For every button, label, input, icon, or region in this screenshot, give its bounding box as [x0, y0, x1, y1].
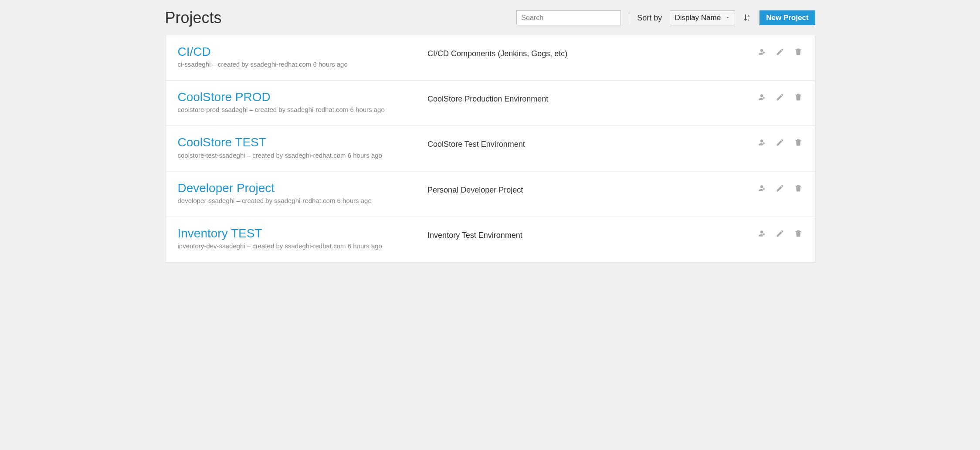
project-description: Inventory Test Environment: [427, 227, 757, 240]
membership-icon[interactable]: [757, 47, 766, 56]
delete-icon[interactable]: [794, 47, 803, 56]
toolbar: Sort by Display Name A Z New Project: [516, 10, 815, 25]
sort-label: Sort by: [637, 14, 662, 23]
sort-select[interactable]: Display Name: [670, 10, 735, 25]
delete-icon[interactable]: [794, 184, 803, 193]
project-row: Developer Project developer-ssadeghi – c…: [166, 172, 815, 217]
project-meta: developer-ssadeghi – created by ssadeghi…: [178, 197, 428, 204]
project-title-link[interactable]: Developer Project: [178, 181, 275, 195]
svg-text:A: A: [748, 14, 750, 17]
sort-selected: Display Name: [675, 14, 721, 22]
delete-icon[interactable]: [794, 93, 803, 102]
project-description: Personal Developer Project: [427, 181, 757, 195]
project-meta: ci-ssadeghi – created by ssadeghi-redhat…: [178, 61, 428, 68]
edit-icon[interactable]: [776, 229, 784, 238]
delete-icon[interactable]: [794, 138, 803, 147]
project-title-link[interactable]: CoolStore PROD: [178, 90, 271, 104]
divider: [629, 12, 629, 24]
edit-icon[interactable]: [776, 47, 784, 56]
edit-icon[interactable]: [776, 184, 784, 193]
project-title-link[interactable]: Inventory TEST: [178, 227, 262, 240]
project-description: CoolStore Test Environment: [427, 135, 757, 149]
project-title-link[interactable]: CI/CD: [178, 45, 211, 58]
project-row: Inventory TEST inventory-dev-ssadeghi – …: [166, 217, 815, 262]
projects-list: CI/CD ci-ssadeghi – created by ssadeghi-…: [165, 35, 815, 262]
project-row: CI/CD ci-ssadeghi – created by ssadeghi-…: [166, 35, 815, 81]
search-input[interactable]: [516, 10, 621, 25]
membership-icon[interactable]: [757, 229, 766, 238]
chevron-down-icon: [725, 14, 730, 22]
membership-icon[interactable]: [757, 93, 766, 102]
project-description: CI/CD Components (Jenkins, Gogs, etc): [427, 45, 757, 58]
edit-icon[interactable]: [776, 138, 784, 147]
project-meta: coolstore-test-ssadeghi – created by ssa…: [178, 152, 428, 159]
sort-direction-button[interactable]: A Z: [743, 14, 752, 22]
svg-text:Z: Z: [748, 18, 749, 21]
project-row: CoolStore PROD coolstore-prod-ssadeghi –…: [166, 81, 815, 126]
project-description: CoolStore Production Environment: [427, 90, 757, 104]
new-project-button[interactable]: New Project: [760, 10, 815, 25]
project-meta: coolstore-prod-ssadeghi – created by ssa…: [178, 106, 428, 113]
edit-icon[interactable]: [776, 93, 784, 102]
membership-icon[interactable]: [757, 184, 766, 193]
delete-icon[interactable]: [794, 229, 803, 238]
project-row: CoolStore TEST coolstore-test-ssadeghi –…: [166, 126, 815, 171]
project-meta: inventory-dev-ssadeghi – created by ssad…: [178, 242, 428, 250]
page-title: Projects: [165, 9, 517, 27]
project-title-link[interactable]: CoolStore TEST: [178, 135, 266, 149]
membership-icon[interactable]: [757, 138, 766, 147]
